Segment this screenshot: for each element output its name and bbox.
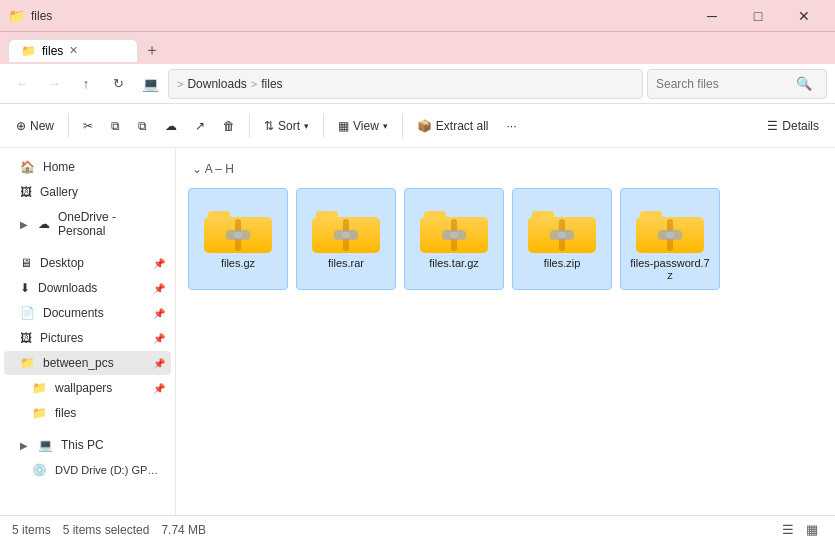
computer-icon[interactable]: 💻 (136, 70, 164, 98)
sidebar-label-documents: Documents (43, 306, 104, 320)
sidebar-label-downloads: Downloads (38, 281, 97, 295)
sidebar-item-gallery[interactable]: 🖼 Gallery (4, 180, 171, 204)
breadcrumb-downloads[interactable]: Downloads (187, 77, 246, 91)
copy-button[interactable]: ⧉ (103, 109, 128, 143)
tab-icon: 📁 (21, 44, 36, 58)
sidebar-divider2 (0, 426, 175, 432)
new-tab-button[interactable]: ＋ (138, 36, 166, 64)
sidebar-label-pictures: Pictures (40, 331, 83, 345)
sidebar-item-onedrive[interactable]: ▶ ☁ OneDrive - Personal (4, 205, 171, 243)
sidebar-item-pictures[interactable]: 🖼 Pictures 📌 (4, 326, 171, 350)
file-item-zip[interactable]: files.zip (512, 188, 612, 290)
desktop-icon: 🖥 (20, 256, 32, 270)
file-item-7z[interactable]: files-password.7z (620, 188, 720, 290)
view-list-button[interactable]: ☰ (777, 519, 799, 540)
sidebar-item-home[interactable]: 🏠 Home (4, 155, 171, 179)
search-input[interactable] (656, 77, 796, 91)
view-chevron-icon: ▾ (383, 121, 388, 131)
extract-icon: 📦 (417, 119, 432, 133)
chevron-right-icon-pc: ▶ (20, 440, 28, 451)
search-box[interactable]: 🔍 (647, 69, 827, 99)
view-grid-button[interactable]: ▦ (801, 519, 823, 540)
statusbar-view-controls: ☰ ▦ (777, 519, 823, 540)
group-label-text: ⌄ (192, 162, 205, 176)
folder-icon-files: 📁 (32, 406, 47, 420)
pin-icon-pictures: 📌 (153, 333, 165, 344)
breadcrumb-sep2: > (251, 78, 257, 90)
cut-icon: ✂ (83, 119, 93, 133)
refresh-button[interactable]: ↻ (104, 70, 132, 98)
svg-rect-9 (342, 232, 350, 238)
sort-button[interactable]: ⇅ Sort ▾ (256, 109, 317, 143)
file-item-gz[interactable]: files.gz (188, 188, 288, 290)
sidebar-item-files[interactable]: 📁 files (4, 401, 171, 425)
close-button[interactable]: ✕ (781, 0, 827, 32)
sort-label: Sort (278, 119, 300, 133)
pin-icon-wallpapers: 📌 (153, 383, 165, 394)
search-icon: 🔍 (796, 76, 812, 91)
breadcrumb-sep: > (177, 78, 183, 90)
file-item-rar[interactable]: files.rar (296, 188, 396, 290)
sidebar-label-dvd: DVD Drive (D:) GParted-liv (55, 464, 163, 476)
new-button[interactable]: ⊕ New (8, 109, 62, 143)
sidebar-label-gallery: Gallery (40, 185, 78, 199)
view-button[interactable]: ▦ View ▾ (330, 109, 396, 143)
file-label-7z: files-password.7z (629, 257, 711, 281)
sidebar-item-dvd[interactable]: 💿 DVD Drive (D:) GParted-liv (4, 458, 171, 482)
copy-icon: ⧉ (111, 119, 120, 133)
sidebar-label-wallpapers: wallpapers (55, 381, 112, 395)
svg-rect-4 (234, 232, 242, 238)
back-button[interactable]: ← (8, 70, 36, 98)
onedrive-icon: ☁ (165, 119, 177, 133)
toolbar-separator-3 (323, 114, 324, 138)
share-button[interactable]: ↗ (187, 109, 213, 143)
cut-button[interactable]: ✂ (75, 109, 101, 143)
main-layout: 🏠 Home 🖼 Gallery ▶ ☁ OneDrive - Personal… (0, 148, 835, 515)
sidebar-label-home: Home (43, 160, 75, 174)
sidebar-label-thispc: This PC (61, 438, 104, 452)
file-label-gz: files.gz (221, 257, 255, 269)
svg-rect-24 (666, 232, 674, 238)
sidebar-item-between-pcs[interactable]: 📁 between_pcs 📌 (4, 351, 171, 375)
folder-svg-gz (204, 197, 272, 253)
file-item-tar-gz[interactable]: files.tar.gz (404, 188, 504, 290)
breadcrumb: > Downloads > files (168, 69, 643, 99)
paste-icon: ⧉ (138, 119, 147, 133)
titlebar-title: files (31, 9, 689, 23)
sidebar-item-documents[interactable]: 📄 Documents 📌 (4, 301, 171, 325)
documents-icon: 📄 (20, 306, 35, 320)
navbar: ← → ↑ ↻ 💻 > Downloads > files 🔍 (0, 64, 835, 104)
forward-button[interactable]: → (40, 70, 68, 98)
delete-button[interactable]: 🗑 (215, 109, 243, 143)
more-button[interactable]: ··· (499, 109, 525, 143)
sidebar-item-desktop[interactable]: 🖥 Desktop 📌 (4, 251, 171, 275)
onedrive-button[interactable]: ☁ (157, 109, 185, 143)
sidebar-item-wallpapers[interactable]: 📁 wallpapers 📌 (4, 376, 171, 400)
extract-all-button[interactable]: 📦 Extract all (409, 109, 497, 143)
pin-icon: 📌 (153, 258, 165, 269)
tab-files[interactable]: 📁 files ✕ (8, 39, 138, 62)
up-button[interactable]: ↑ (72, 70, 100, 98)
dvd-icon: 💿 (32, 463, 47, 477)
toolbar-separator-4 (402, 114, 403, 138)
maximize-button[interactable]: □ (735, 0, 781, 32)
extract-label: Extract all (436, 119, 489, 133)
pin-icon-documents: 📌 (153, 308, 165, 319)
sidebar-item-downloads[interactable]: ⬇ Downloads 📌 (4, 276, 171, 300)
minimize-button[interactable]: ─ (689, 0, 735, 32)
group-label-value: A – H (205, 162, 234, 176)
details-button[interactable]: ☰ Details (759, 109, 827, 143)
titlebar-icon: 📁 (8, 8, 25, 24)
folder-icon-zip (528, 197, 596, 253)
folder-icon-gz (204, 197, 272, 253)
tab-close-button[interactable]: ✕ (69, 44, 78, 57)
paste-button[interactable]: ⧉ (130, 109, 155, 143)
toolbar-separator-1 (68, 114, 69, 138)
sidebar-label-desktop: Desktop (40, 256, 84, 270)
pin-icon-downloads: 📌 (153, 283, 165, 294)
breadcrumb-files[interactable]: files (261, 77, 282, 91)
status-item-count: 5 items (12, 523, 51, 537)
file-label-zip: files.zip (544, 257, 581, 269)
folder-svg-rar (312, 197, 380, 253)
sidebar-item-thispc[interactable]: ▶ 💻 This PC (4, 433, 171, 457)
